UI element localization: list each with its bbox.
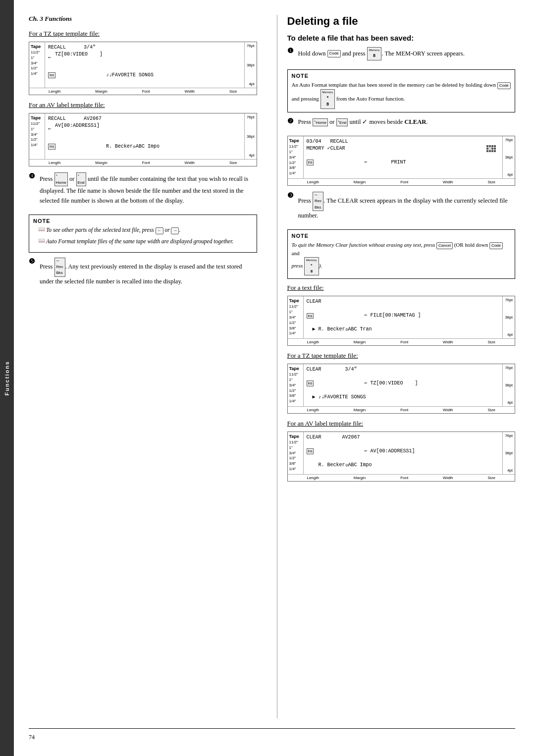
lcd-text-38pt: 38pt (505, 315, 513, 320)
page-number: 74 (29, 734, 35, 741)
note-box-right-2: NOTE To quit the Memory Clear function w… (287, 229, 516, 279)
lcd-av-76pt: 76pt (505, 433, 513, 438)
note-title-right-1: NOTE (292, 73, 511, 79)
lcd1-line1: RECALL 3/4" (48, 44, 241, 51)
lcd2-4pt: 4pt (247, 153, 255, 158)
right-tz-heading: For a TZ tape template file: (287, 352, 516, 360)
lcd-av-footer: Length Margin Font Width Size (288, 474, 515, 481)
lcd-text-line3: ▶ R. Becker⎒ABC Tran (307, 326, 500, 333)
memory-key-note1: Memory *8 (321, 89, 335, 109)
lcd-text-right: 76pt 38pt 4pt (502, 296, 515, 338)
lcd-av-footer-margin: Margin (354, 476, 366, 480)
lcd-av-38pt: 38pt (505, 451, 513, 455)
lcd-recall-tape: Tape (289, 138, 302, 143)
lcd-av-line2: ins ⇐ AV[00:ADDRESS1] (307, 441, 500, 462)
lcd2-right: 76pt 38pt 4pt (244, 113, 257, 159)
lcd1-footer-width: Width (185, 89, 195, 94)
lcd-tz-76pt: 76pt (505, 366, 513, 370)
lcd-box-1: Tape 11/2"1"3/4"1/2"1/4" RECALL 3/4" ⇐ T… (29, 42, 257, 95)
lcd1-sizes: 11/2"1"3/4"1/2"1/4" (31, 50, 43, 77)
lcd-tz-tape: Tape (289, 366, 302, 371)
home-key-2: +Home (313, 118, 328, 126)
lcd-tz-footer-font: Font (400, 408, 408, 412)
lcd-av-left: Tape 11/2"1"3/4"1/2"3/8"1/4" (288, 432, 304, 474)
ins-label-1: ins (48, 72, 55, 78)
note-text-right-2: To quit the Memory Clear function withou… (292, 241, 511, 275)
right-step2-num: ❷ (287, 117, 296, 125)
lcd-av-line1: CLEAR AV2067 (307, 434, 500, 441)
lcd-recall-line1: 03/04 RECALL (307, 138, 500, 145)
side-tab-label: Functions (4, 361, 10, 396)
lcd-recall-line2: MEMORY ✓CLEAR (307, 145, 500, 152)
lcd-recall-left: Tape 11/2"1"3/4"1/2"3/8"1/4" (288, 136, 304, 178)
lcd2-footer-margin: Margin (95, 161, 107, 165)
lcd-tz-left: Tape 11/2"1"3/4"1/2"3/8"1/4" (288, 364, 304, 406)
lcd-tz-footer-margin: Margin (354, 408, 366, 412)
ins-label-text: ins (307, 313, 314, 319)
left-column: Ch. 3 Functions For a TZ tape template f… (29, 15, 262, 718)
main-content: Ch. 3 Functions For a TZ tape template f… (14, 0, 535, 756)
ins-label-2: ins (48, 144, 55, 150)
lcd-recall-footer: Length Margin Font Width Size (288, 178, 515, 185)
lcd1-footer: Length Margin Font Width Size (29, 88, 257, 95)
lcd-text-box: Tape 11/2"1"3/4"1/2"3/8"1/4" CLEAR ins ⇐… (287, 296, 516, 346)
step5-content: Press ─RecBks. Any text previously enter… (40, 258, 257, 287)
end-key-2: +End (336, 118, 348, 126)
note-bullet-2: 📖 Auto Format template files of the same… (33, 237, 253, 246)
lcd-recall-footer-margin: Margin (354, 180, 366, 184)
right-step3-num: ❸ (287, 191, 296, 200)
lcd-tz-footer-width: Width (443, 408, 453, 412)
lcd-tz-footer: Length Margin Font Width Size (288, 406, 515, 413)
lcd-recall-sizes: 11/2"1"3/4"1/2"3/8"1/4" (289, 144, 302, 176)
lcd2-tape-label: Tape (31, 115, 43, 120)
lcd1-footer-length: Length (49, 89, 60, 94)
page-container: Functions Ch. 3 Functions For a TZ tape … (0, 0, 535, 756)
lcd1-footer-size: Size (229, 89, 237, 94)
right-step1-content: Hold down Code and press Memory 8 . The … (298, 47, 516, 60)
lcd-av-tape: Tape (289, 434, 302, 439)
code-key-note1: Code (497, 82, 511, 89)
lcd2-line2: ⇐ AV[00:ADDRESS1] (48, 122, 241, 136)
lcd1-footer-margin: Margin (95, 89, 107, 94)
memory-key-1: Memory 8 (367, 47, 382, 60)
lcd-tz-main: CLEAR 3/4" ins ⇐ TZ[00:VIDEO ] ▶ ♪♩FAVOR… (304, 364, 503, 406)
sub-heading: To delete a file that has been saved: (287, 34, 516, 42)
note-bullet-2-text: Auto Format template files of the same t… (46, 237, 233, 246)
lcd2-sizes: 11/2"1"3/4"1/2"1/4" (31, 121, 43, 148)
lcd1-tape-label: Tape (31, 44, 43, 49)
lcd-text-footer-size: Size (487, 340, 495, 344)
lcd2-footer-width: Width (185, 161, 195, 165)
lcd-av-4pt: 4pt (505, 468, 513, 473)
lcd-tz-footer-size: Size (487, 408, 495, 412)
lcd1-left: Tape 11/2"1"3/4"1/2"1/4" (29, 42, 45, 88)
step4-num: ❹ (29, 172, 38, 180)
lcd-tz-38pt: 38pt (505, 383, 513, 387)
side-tab: Functions (0, 0, 14, 756)
memory-key-note2: Memory *8 (304, 257, 319, 275)
lcd1-main: RECALL 3/4" ⇐ TZ[00:VIDEO ] ins ♪♩FAVORI… (45, 42, 244, 88)
right-step3-content: Press ─RecBks. The CLEAR screen appears … (298, 192, 516, 221)
step4-content: Press +Home or +End until the file numbe… (40, 172, 257, 206)
lcd2-footer-length: Length (49, 161, 60, 165)
lcd-text-76pt: 76pt (505, 298, 513, 302)
note-bullet-1-text: To see other parts of the selected text … (46, 226, 180, 234)
page-bottom: 74 (29, 728, 515, 741)
ins-label-tz: ins (307, 380, 314, 386)
lcd-av-footer-width: Width (443, 476, 453, 480)
note-box-left: NOTE 📖 To see other parts of the selecte… (29, 215, 257, 253)
lcd1-line3: ins ♪♩FAVORITE SONGS (48, 65, 241, 86)
right-step-3: ❸ Press ─RecBks. The CLEAR screen appear… (287, 192, 516, 225)
lcd-text-footer: Length Margin Font Width Size (288, 338, 515, 345)
bullet-sym-1: 📖 (38, 226, 46, 234)
lcd-text-main: CLEAR ins ⇐ FILE[00:NAMETAG ] ▶ R. Becke… (304, 296, 503, 338)
note-title-right-2: NOTE (292, 233, 511, 239)
lcd-text-footer-length: Length (307, 340, 319, 344)
bullet-sym-2: 📖 (38, 237, 46, 246)
lcd-av-line3: R. Becker⎒ABC Impo (307, 462, 500, 469)
big-heading: Deleting a file (287, 15, 516, 28)
note-title-left: NOTE (33, 218, 253, 224)
lcd2-line3: ins R. Becker⎒ABC Impo (48, 136, 241, 157)
lcd-tz-box: Tape 11/2"1"3/4"1/2"3/8"1/4" CLEAR 3/4" … (287, 364, 516, 414)
lcd-recall-footer-width: Width (443, 180, 453, 184)
right-step-2: ❷ Press +Home or +End until ✓ moves besi… (287, 117, 516, 131)
